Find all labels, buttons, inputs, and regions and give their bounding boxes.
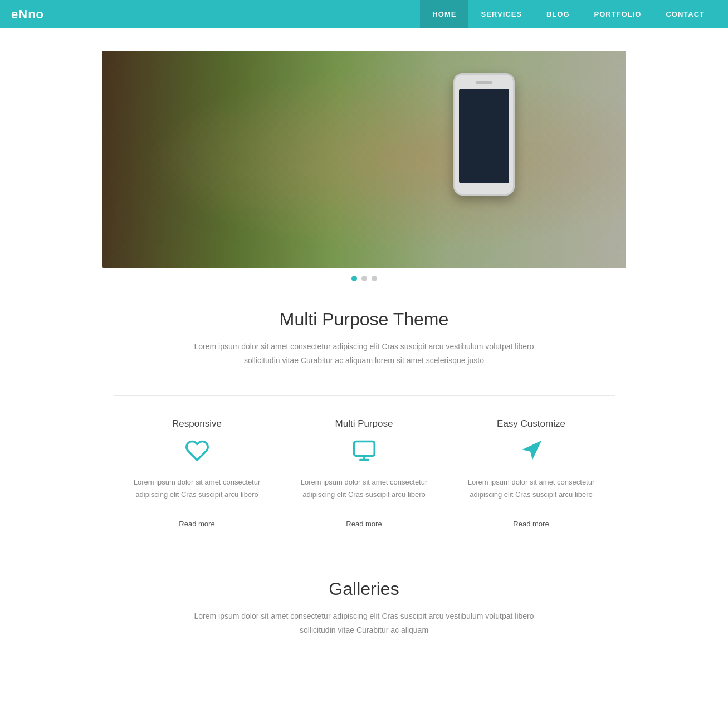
- feature-multipurpose-read-more[interactable]: Read more: [330, 514, 398, 534]
- nav-item-contact[interactable]: CONTACT: [653, 0, 717, 28]
- galleries-description: Lorem ipsum dolor sit amet consectetur a…: [180, 609, 548, 637]
- svg-marker-3: [522, 441, 541, 460]
- brand-name: eNno: [11, 7, 44, 21]
- slider-dot-3[interactable]: [372, 276, 377, 281]
- galleries-section: Galleries Lorem ipsum dolor sit amet con…: [169, 556, 559, 648]
- feature-responsive: Responsive Lorem ipsum dolor sit amet co…: [114, 418, 281, 534]
- galleries-title: Galleries: [180, 579, 548, 599]
- nav-item-portfolio[interactable]: PORTFOLIO: [582, 0, 654, 28]
- nav-link-services[interactable]: SERVICES: [468, 0, 534, 28]
- navbar: eNno HOME SERVICES BLOG PORTFOLIO CONTAC…: [0, 0, 728, 28]
- monitor-icon: [292, 438, 437, 466]
- nav-link-contact[interactable]: CONTACT: [653, 0, 717, 28]
- nav-links: HOME SERVICES BLOG PORTFOLIO CONTACT: [420, 0, 717, 28]
- feature-multipurpose: Multi Purpose Lorem ipsum dolor sit amet…: [281, 418, 448, 534]
- nav-link-portfolio[interactable]: PORTFOLIO: [582, 0, 654, 28]
- feature-multipurpose-desc: Lorem ipsum dolor sit amet consectetur a…: [292, 476, 437, 501]
- slider-phone-image: [453, 73, 515, 196]
- slider-dots: [102, 276, 626, 281]
- slider-dot-2[interactable]: [361, 276, 367, 281]
- brand-logo: eNno: [11, 7, 420, 22]
- heart-icon: [125, 438, 270, 466]
- slider-viewport: [102, 51, 626, 268]
- hero-description: Lorem ipsum dolor sit amet consectetur a…: [180, 340, 548, 368]
- feature-customize-read-more[interactable]: Read more: [497, 514, 565, 534]
- nav-item-blog[interactable]: BLOG: [534, 0, 582, 28]
- nav-link-blog[interactable]: BLOG: [534, 0, 582, 28]
- feature-customize: Easy Customize Lorem ipsum dolor sit ame…: [448, 418, 615, 534]
- feature-customize-title: Easy Customize: [459, 418, 604, 429]
- hero-text-section: Multi Purpose Theme Lorem ipsum dolor si…: [169, 281, 559, 379]
- svg-rect-0: [354, 442, 374, 456]
- feature-multipurpose-title: Multi Purpose: [292, 418, 437, 429]
- features-section: Responsive Lorem ipsum dolor sit amet co…: [102, 413, 626, 556]
- slider-background: [102, 51, 626, 268]
- send-icon: [459, 438, 604, 466]
- hero-slider: ‹ ›: [102, 51, 626, 281]
- nav-link-home[interactable]: HOME: [420, 0, 468, 28]
- nav-item-home[interactable]: HOME: [420, 0, 468, 28]
- slider-next-button[interactable]: ›: [634, 156, 654, 176]
- feature-responsive-title: Responsive: [125, 418, 270, 429]
- nav-item-services[interactable]: SERVICES: [468, 0, 534, 28]
- feature-responsive-read-more[interactable]: Read more: [163, 514, 231, 534]
- section-divider: [114, 395, 615, 396]
- feature-responsive-desc: Lorem ipsum dolor sit amet consectetur a…: [125, 476, 270, 501]
- hero-title: Multi Purpose Theme: [180, 309, 548, 330]
- slider-prev-button[interactable]: ‹: [75, 156, 95, 176]
- feature-customize-desc: Lorem ipsum dolor sit amet consectetur a…: [459, 476, 604, 501]
- slider-dot-1[interactable]: [351, 276, 357, 281]
